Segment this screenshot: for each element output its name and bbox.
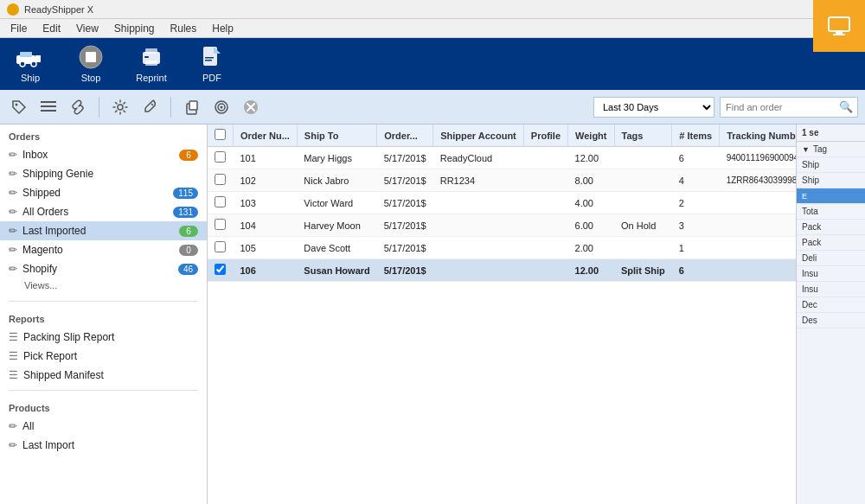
row-order-date: 5/17/201$ — [377, 259, 433, 282]
svg-point-9 — [31, 61, 36, 67]
menu-file[interactable]: File — [3, 21, 34, 36]
sidebar-item-all-orders[interactable]: ✏ All Orders 131 — [0, 202, 207, 221]
pdf-button[interactable]: PDF — [190, 45, 234, 83]
monitor-button[interactable] — [813, 0, 865, 52]
orders-table-area: Order Nu... Ship To Order... Shipper Acc… — [208, 124, 796, 504]
copy-filter-icon[interactable] — [180, 95, 204, 119]
sidebar-item-last-import[interactable]: ✏ Last Import — [0, 436, 207, 455]
right-panel-tag: ▼ Tag — [797, 142, 865, 157]
tag-filter-icon[interactable] — [7, 95, 31, 119]
target-filter-icon[interactable] — [209, 95, 234, 119]
row-weight: 8.00 — [568, 169, 614, 192]
right-deli-label: Deli — [802, 253, 817, 263]
menu-help[interactable]: Help — [205, 21, 240, 36]
row-weight: 4.00 — [568, 192, 614, 214]
reprint-button[interactable]: Reprint — [130, 45, 173, 83]
col-items[interactable]: # Items — [672, 124, 720, 147]
magento-badge: 0 — [179, 245, 198, 256]
row-order-date: 5/17/201$ — [377, 192, 433, 214]
row-tracking: 940011196900094000 — [720, 147, 796, 169]
svg-rect-18 — [205, 57, 214, 59]
magento-icon: ✏ — [9, 244, 17, 256]
col-checkbox — [208, 124, 234, 147]
date-filter-dropdown[interactable]: Last 30 Days — [593, 97, 714, 118]
sidebar-item-shopify[interactable]: ✏ Shopify 46 — [0, 259, 207, 278]
right-panel-tab[interactable]: 1 se — [797, 124, 865, 142]
col-order-number[interactable]: Order Nu... — [234, 124, 298, 147]
row-order-date: 5/17/201$ — [377, 237, 433, 259]
orders-table: Order Nu... Ship To Order... Shipper Acc… — [208, 124, 796, 282]
table-row[interactable]: 105 Dave Scott 5/17/201$ 2.00 1 — [208, 237, 796, 259]
reprint-icon — [138, 45, 165, 69]
row-order-number: 101 — [234, 147, 298, 169]
right-total-label: Tota — [802, 207, 818, 216]
select-all-checkbox[interactable] — [215, 129, 226, 140]
search-icon: 🔍 — [839, 100, 853, 113]
stop-icon — [77, 45, 105, 69]
row-order-number: 104 — [234, 214, 298, 237]
ship-button[interactable]: Ship — [9, 45, 52, 83]
table-row[interactable]: 103 Victor Ward 5/17/201$ 4.00 2 — [208, 192, 796, 214]
sidebar-views-link[interactable]: Views... — [0, 278, 207, 296]
col-ship-to[interactable]: Ship To — [297, 124, 376, 147]
all-orders-badge: 131 — [173, 207, 198, 218]
sidebar-item-shipped[interactable]: ✏ Shipped 115 — [0, 183, 207, 202]
col-profile[interactable]: Profile — [523, 124, 567, 147]
all-products-icon: ✏ — [9, 420, 17, 432]
row-shipper-account: RR1234 — [433, 169, 524, 192]
sidebar-item-last-imported[interactable]: ✏ Last Imported 6 — [0, 221, 207, 240]
row-checkbox[interactable] — [208, 214, 234, 237]
monitor-icon — [827, 16, 851, 36]
right-ship1-label: Ship — [802, 160, 819, 169]
row-weight: 12.00 — [568, 259, 614, 282]
search-input[interactable] — [720, 97, 858, 118]
row-checkbox[interactable] — [208, 259, 234, 282]
row-ship-to: Mary Higgs — [297, 147, 376, 169]
sidebar-item-all-products[interactable]: ✏ All — [0, 417, 207, 436]
row-checkbox[interactable] — [208, 237, 234, 259]
stop-button[interactable]: Stop — [69, 45, 112, 83]
sidebar-item-pick-report[interactable]: ☰ Pick Report — [0, 347, 207, 366]
svg-rect-3 — [836, 31, 843, 34]
sidebar-item-inbox[interactable]: ✏ Inbox 6 — [0, 145, 207, 164]
right-pack2-label: Pack — [802, 238, 821, 247]
settings-filter-icon[interactable] — [108, 95, 132, 119]
menu-view[interactable]: View — [69, 21, 106, 36]
sidebar-item-shipped-manifest[interactable]: ☰ Shipped Manifest — [0, 366, 207, 385]
col-tracking[interactable]: Tracking Number(s) — [720, 124, 796, 147]
right-panel-highlight: E — [797, 188, 865, 204]
menu-shipping[interactable]: Shipping — [107, 21, 162, 36]
col-tags[interactable]: Tags — [614, 124, 672, 147]
sidebar-item-packing-slip[interactable]: ☰ Packing Slip Report — [0, 328, 207, 347]
sidebar-item-magento[interactable]: ✏ Magento 0 — [0, 240, 207, 259]
svg-rect-11 — [86, 52, 96, 62]
list-filter-icon[interactable] — [36, 95, 61, 119]
row-tags: Split Ship — [614, 259, 672, 282]
menu-rules[interactable]: Rules — [163, 21, 204, 36]
row-profile — [523, 147, 567, 169]
row-checkbox[interactable] — [208, 147, 234, 169]
row-tracking — [720, 192, 796, 214]
table-row[interactable]: 101 Mary Higgs 5/17/201$ ReadyCloud 12.0… — [208, 147, 796, 169]
clear-filter-icon[interactable] — [239, 95, 263, 119]
sidebar-item-shipping-genie[interactable]: ✏ Shipping Genie — [0, 164, 207, 183]
col-order-date[interactable]: Order... — [377, 124, 433, 147]
row-tracking — [720, 237, 796, 259]
svg-point-20 — [16, 103, 18, 105]
packing-slip-label: Packing Slip Report — [23, 331, 114, 343]
last-import-icon: ✏ — [9, 439, 17, 451]
col-weight[interactable]: Weight — [568, 124, 614, 147]
col-shipper-account[interactable]: Shipper Account — [433, 124, 524, 147]
table-row[interactable]: 106 Susan Howard 5/17/201$ 12.00 Split S… — [208, 259, 796, 282]
table-row[interactable]: 104 Harvey Moon 5/17/201$ 6.00 On Hold 3 — [208, 214, 796, 237]
table-row[interactable]: 102 Nick Jabro 5/17/201$ RR1234 8.00 4 1… — [208, 169, 796, 192]
inbox-icon: ✏ — [9, 149, 17, 161]
wrench-filter-icon[interactable] — [138, 95, 162, 119]
row-ship-to: Harvey Moon — [297, 214, 376, 237]
row-checkbox[interactable] — [208, 169, 234, 192]
row-weight: 2.00 — [568, 237, 614, 259]
row-checkbox[interactable] — [208, 192, 234, 214]
link-filter-icon[interactable] — [66, 95, 90, 119]
row-items: 1 — [672, 237, 720, 259]
menu-edit[interactable]: Edit — [35, 21, 67, 36]
